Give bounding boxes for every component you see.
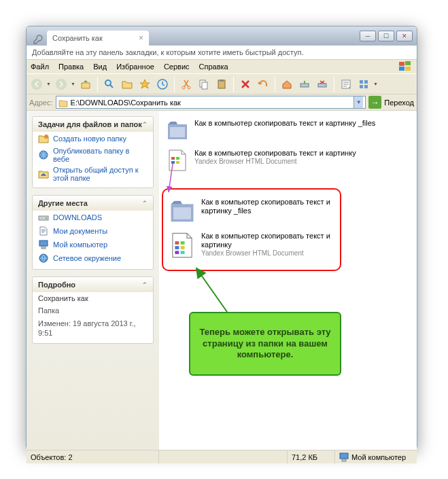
status-location: Мой компьютер	[335, 450, 417, 463]
callout-file-name: Как в компьютер скопировать текст и карт…	[201, 232, 334, 249]
svg-rect-14	[300, 84, 309, 87]
details-name: Сохранить как	[33, 292, 153, 304]
svg-rect-20	[364, 85, 368, 88]
minimize-button[interactable]: ─	[360, 31, 376, 41]
properties-button[interactable]	[338, 76, 354, 92]
menu-file[interactable]: Файл	[31, 63, 49, 71]
svg-rect-37	[181, 241, 185, 245]
documents-icon	[38, 226, 49, 236]
html-file-icon	[166, 149, 189, 172]
tab-strip: Сохранить как ×	[27, 26, 356, 46]
addressbar: Адрес: E:\DOWNLOADS\Сохранить как ▼ → Пе…	[27, 94, 417, 111]
delete-button[interactable]	[237, 76, 254, 92]
undo-button[interactable]	[255, 76, 271, 92]
home-button[interactable]	[279, 76, 295, 92]
close-button[interactable]: ✕	[396, 31, 413, 41]
svg-rect-11	[202, 82, 207, 89]
svg-rect-15	[318, 84, 326, 87]
history-button[interactable]	[154, 76, 171, 92]
callout-file-type: Yandex Browser HTML Document	[201, 249, 334, 258]
task-publish[interactable]: Опубликовать папку в вебе	[33, 145, 153, 164]
svg-point-21	[44, 135, 48, 139]
svg-rect-39	[181, 246, 185, 249]
svg-rect-40	[175, 251, 179, 254]
search-button[interactable]	[101, 76, 118, 92]
details-type: Папка	[33, 304, 153, 317]
toolbar: ▼ ▼ ▼	[27, 74, 417, 94]
svg-rect-18	[364, 80, 368, 84]
task-share[interactable]: Открыть общий доступ к этой папке	[33, 164, 153, 183]
favorites-button[interactable]	[137, 76, 153, 92]
tasks-header[interactable]: Задачи для файлов и папок ⌃	[33, 117, 153, 132]
back-button[interactable]	[29, 76, 45, 92]
go-button[interactable]: →	[368, 96, 381, 109]
details-modified: Изменен: 19 августа 2013 г., 9:51	[33, 317, 153, 340]
callout-file-item: Как в компьютер скопировать текст и карт…	[167, 230, 336, 260]
places-group: Другие места ⌃ DOWNLOADS Мои документы М…	[32, 195, 154, 270]
svg-rect-33	[176, 161, 179, 164]
svg-rect-25	[39, 241, 48, 246]
browser-tab[interactable]: Сохранить как ×	[47, 31, 149, 46]
svg-rect-31	[176, 157, 179, 160]
titlebar: Сохранить как × ─ ☐ ✕	[27, 26, 417, 46]
task-new-folder[interactable]: Создать новую папку	[33, 132, 153, 145]
map-drive-button[interactable]	[296, 76, 313, 92]
menu-favorites[interactable]: Избранное	[116, 63, 154, 71]
views-button[interactable]	[356, 76, 372, 92]
svg-rect-17	[360, 80, 363, 84]
file-type: Yandex Browser HTML Document	[194, 158, 356, 166]
tab-close-icon[interactable]: ×	[139, 33, 143, 43]
places-header[interactable]: Другие места ⌃	[33, 196, 153, 211]
menu-view[interactable]: Вид	[93, 63, 107, 71]
svg-point-24	[46, 217, 47, 219]
windows-logo-icon	[399, 61, 413, 72]
bookmark-bar: Добавляйте на эту панель закладки, к кот…	[27, 46, 417, 59]
callout-file-item: Как в компьютер скопировать текст и карт…	[167, 196, 336, 226]
svg-point-9	[188, 86, 190, 89]
new-folder-icon	[38, 133, 49, 144]
views-dropdown[interactable]: ▼	[373, 82, 379, 86]
file-name: Как в компьютер скопировать текст и карт…	[194, 149, 356, 158]
file-item[interactable]: Как в компьютер скопировать текст и карт…	[165, 118, 411, 143]
wrench-icon[interactable]	[32, 33, 44, 46]
svg-rect-19	[360, 85, 363, 88]
folders-button[interactable]	[119, 76, 135, 92]
window-buttons: ─ ☐ ✕	[356, 28, 417, 44]
chevron-up-icon: ⌃	[142, 200, 148, 207]
address-dropdown[interactable]: ▼	[354, 96, 363, 108]
details-header[interactable]: Подробно ⌃	[33, 277, 153, 292]
cut-button[interactable]	[178, 76, 194, 92]
place-computer[interactable]: Мой компьютер	[33, 238, 153, 251]
file-item[interactable]: Как в компьютер скопировать текст и карт…	[165, 147, 411, 173]
menu-edit[interactable]: Правка	[58, 63, 84, 71]
file-pane[interactable]: Как в компьютер скопировать текст и карт…	[159, 111, 417, 450]
html-file-icon	[169, 232, 196, 259]
computer-icon	[38, 239, 49, 250]
svg-rect-41	[181, 251, 185, 254]
disconnect-drive-button[interactable]	[314, 76, 330, 92]
place-documents[interactable]: Мои документы	[33, 224, 153, 238]
callout-green-text: Теперь можете открывать эту страницу из …	[197, 327, 333, 361]
svg-point-4	[31, 79, 42, 90]
back-dropdown[interactable]: ▼	[46, 82, 52, 86]
address-label: Адрес:	[29, 99, 53, 107]
address-input[interactable]: E:\DOWNLOADS\Сохранить как ▼	[56, 96, 366, 109]
place-downloads[interactable]: DOWNLOADS	[33, 211, 153, 224]
folder-icon	[166, 119, 189, 142]
status-objects: Объектов: 2	[27, 450, 159, 463]
place-network[interactable]: Сетевое окружение	[33, 251, 153, 265]
forward-dropdown[interactable]: ▼	[71, 82, 76, 86]
paste-button[interactable]	[213, 76, 230, 92]
svg-point-6	[105, 80, 111, 86]
callout-green: Теперь можете открывать эту страницу из …	[189, 312, 341, 376]
svg-rect-2	[399, 67, 404, 71]
status-size: 71,2 КБ	[288, 450, 335, 463]
forward-button[interactable]	[53, 76, 69, 92]
copy-button[interactable]	[196, 76, 212, 92]
menu-tools[interactable]: Сервис	[164, 63, 190, 71]
computer-icon	[339, 453, 349, 462]
maximize-button[interactable]: ☐	[378, 31, 394, 41]
up-button[interactable]	[77, 76, 94, 92]
menu-help[interactable]: Справка	[199, 63, 228, 71]
content: Задачи для файлов и папок ⌃ Создать нову…	[27, 111, 417, 450]
